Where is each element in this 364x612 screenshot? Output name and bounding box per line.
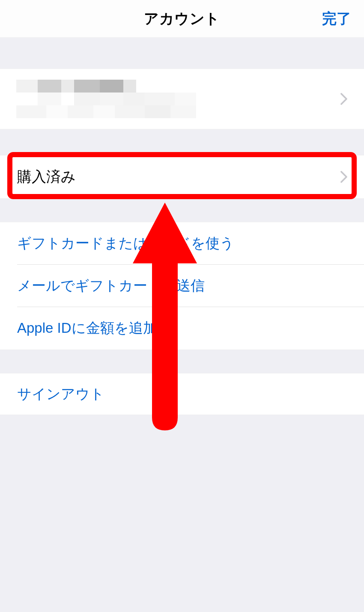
section-gap: [0, 38, 364, 69]
send-gift-card-row[interactable]: メールでギフトカードを送信: [0, 265, 364, 307]
censored-profile-info: [16, 80, 196, 118]
sign-out-label: サインアウト: [17, 385, 348, 404]
section-gap: [0, 199, 364, 222]
page-title: アカウント: [144, 9, 220, 29]
chevron-right-icon: [340, 170, 348, 183]
purchased-row[interactable]: 購入済み: [0, 155, 364, 199]
add-funds-row[interactable]: Apple IDに金額を追加: [0, 307, 364, 349]
actions-group: ギフトカードまたはコードを使う メールでギフトカードを送信 Apple IDに金…: [0, 222, 364, 350]
redeem-gift-card-label: ギフトカードまたはコードを使う: [17, 234, 348, 253]
chevron-right-icon: [340, 93, 348, 105]
done-button[interactable]: 完了: [322, 9, 351, 29]
navigation-bar: アカウント 完了: [0, 0, 364, 38]
sign-out-row[interactable]: サインアウト: [0, 373, 364, 415]
send-gift-card-label: メールでギフトカードを送信: [17, 276, 348, 296]
section-gap: [0, 350, 364, 373]
add-funds-label: Apple IDに金額を追加: [17, 319, 348, 338]
purchased-label: 購入済み: [17, 167, 340, 187]
section-gap: [0, 129, 364, 155]
redeem-gift-card-row[interactable]: ギフトカードまたはコードを使う: [0, 222, 364, 265]
profile-row[interactable]: [0, 69, 364, 129]
